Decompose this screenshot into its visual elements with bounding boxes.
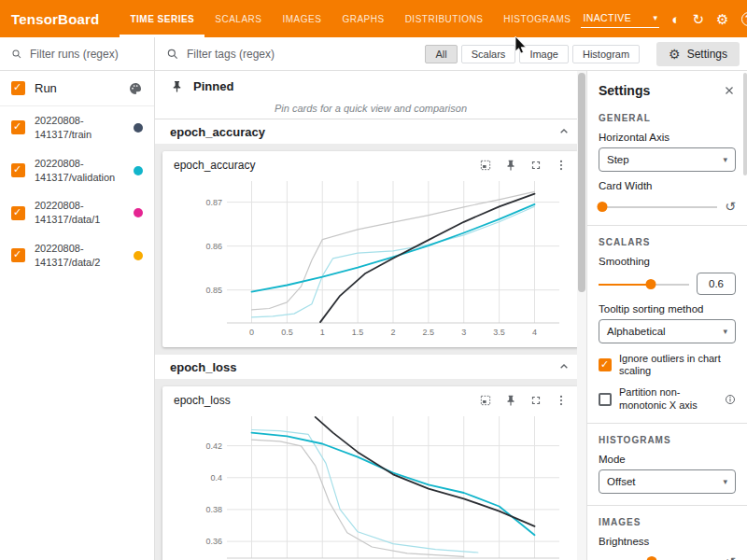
- svg-text:0.87: 0.87: [205, 198, 222, 207]
- header-actions: INACTIVE ▾ ◐ ↻ ⚙ ?: [581, 9, 747, 28]
- cards-scroll-area: Pinned Pin cards for a quick view and co…: [155, 71, 586, 560]
- svg-text:4: 4: [532, 328, 537, 337]
- tag-filter-input[interactable]: [187, 48, 317, 61]
- settings-panel: Settings GENERAL Horizontal Axis Step ▾ …: [586, 71, 747, 560]
- settings-section-scalars: SCALARS: [599, 237, 736, 247]
- settings-gear-icon: ⚙: [669, 47, 681, 62]
- fullscreen-icon[interactable]: [529, 394, 543, 407]
- card-width-slider[interactable]: [599, 201, 717, 213]
- slider-knob[interactable]: [647, 556, 657, 560]
- filter-chip-scalars[interactable]: Scalars: [461, 45, 516, 63]
- tensorboard-logo: TensorBoard: [0, 11, 120, 27]
- horizontal-axis-dropdown[interactable]: Step ▾: [599, 147, 736, 172]
- scrollbar-thumb[interactable]: [578, 73, 585, 292]
- select-all-runs-checkbox[interactable]: [11, 81, 25, 95]
- histogram-mode-dropdown[interactable]: Offset ▾: [599, 469, 736, 494]
- run-checkbox[interactable]: [11, 120, 25, 134]
- run-checkbox[interactable]: [11, 206, 25, 220]
- tab-images[interactable]: IMAGES: [272, 0, 331, 37]
- color-palette-icon[interactable]: [128, 81, 143, 96]
- chevron-down-icon: ▾: [723, 155, 727, 164]
- section-header-epoch-accuracy[interactable]: epoch_accuracy: [155, 119, 586, 144]
- smoothing-value-input[interactable]: [697, 273, 736, 295]
- fit-to-frame-icon[interactable]: [479, 394, 492, 407]
- slider-knob[interactable]: [646, 279, 656, 289]
- fit-to-frame-icon[interactable]: [479, 159, 492, 172]
- settings-section-images: IMAGES: [599, 517, 736, 527]
- settings-section-general: GENERAL: [599, 113, 736, 123]
- ignore-outliers-checkbox[interactable]: [599, 358, 612, 371]
- filter-chip-histogram[interactable]: Histogram: [572, 45, 640, 63]
- more-options-icon[interactable]: [555, 394, 568, 407]
- tooltip-sorting-dropdown[interactable]: Alphabetical ▾: [599, 319, 736, 343]
- run-checkbox[interactable]: [11, 163, 25, 177]
- tooltip-sorting-label: Tooltip sorting method: [599, 303, 736, 315]
- chevron-up-icon[interactable]: [557, 124, 571, 139]
- run-row-train[interactable]: 20220808-141317/train: [0, 106, 154, 149]
- brightness-label: Brightness: [599, 536, 736, 547]
- run-color-dot: [134, 123, 143, 133]
- chart-epoch-loss[interactable]: 00.511.522.533.540.360.380.40.42: [167, 409, 574, 560]
- slider-knob[interactable]: [597, 202, 607, 212]
- svg-text:1.5: 1.5: [352, 328, 364, 337]
- svg-text:0.36: 0.36: [205, 537, 222, 546]
- run-row-validation[interactable]: 20220808-141317/validation: [0, 149, 154, 192]
- section-header-epoch-loss[interactable]: epoch_loss: [155, 355, 586, 379]
- chevron-up-icon[interactable]: [557, 359, 571, 374]
- divider: [587, 423, 747, 424]
- main-scrollbar: [577, 71, 586, 560]
- ignore-outliers-row[interactable]: Ignore outliers in chart scaling: [599, 353, 736, 377]
- pin-card-icon[interactable]: [504, 394, 517, 407]
- card-region-epoch-loss: epoch_loss 00.511.522.533.540.360.380.40…: [155, 379, 586, 560]
- tab-scalars[interactable]: SCALARS: [204, 0, 272, 37]
- run-row-data-2[interactable]: 20220808-141317/data/2: [0, 234, 154, 277]
- brightness-slider[interactable]: [599, 555, 717, 560]
- info-icon[interactable]: [725, 394, 736, 405]
- app-header: TensorBoard TIME SERIES SCALARS IMAGES G…: [0, 0, 747, 37]
- tab-graphs[interactable]: GRAPHS: [331, 0, 394, 37]
- filter-chip-all[interactable]: All: [425, 45, 457, 63]
- pinned-title: Pinned: [193, 79, 233, 93]
- tab-distributions[interactable]: DISTRIBUTIONS: [395, 0, 494, 37]
- card-region-epoch-accuracy: epoch_accuracy 00.511.522.533.540.850.86…: [155, 144, 586, 355]
- tab-time-series[interactable]: TIME SERIES: [120, 0, 204, 37]
- chevron-down-icon: ▾: [653, 13, 657, 22]
- svg-text:0.38: 0.38: [205, 505, 222, 514]
- close-icon[interactable]: [723, 84, 736, 97]
- run-filter: [0, 37, 154, 71]
- reset-icon[interactable]: ↺: [725, 555, 736, 560]
- tab-histograms[interactable]: HISTOGRAMS: [493, 0, 581, 37]
- partition-x-axis-checkbox[interactable]: [599, 393, 612, 406]
- chart-epoch-accuracy[interactable]: 00.511.522.533.540.850.860.87: [167, 174, 574, 342]
- runs-column-header: Run: [0, 71, 154, 106]
- settings-scrollbar-thumb[interactable]: [743, 73, 747, 175]
- histogram-mode-label: Mode: [599, 454, 736, 465]
- settings-title: Settings: [599, 83, 650, 98]
- settings-gear-icon[interactable]: ⚙: [716, 12, 728, 26]
- horizontal-axis-label: Horizontal Axis: [599, 132, 736, 143]
- pinned-hint: Pin cards for a quick view and compariso…: [155, 97, 586, 119]
- status-dropdown[interactable]: INACTIVE ▾: [581, 9, 659, 28]
- pin-card-icon[interactable]: [504, 159, 517, 172]
- card-title: epoch_accuracy: [174, 159, 255, 172]
- run-filter-input[interactable]: [30, 48, 143, 61]
- partition-x-axis-row[interactable]: Partition non-monotonic X axis: [599, 386, 736, 411]
- smoothing-slider[interactable]: [599, 278, 689, 290]
- run-color-dot: [134, 166, 143, 175]
- divider: [587, 225, 747, 226]
- settings-button[interactable]: ⚙ Settings: [656, 42, 740, 66]
- svg-text:0.42: 0.42: [205, 441, 222, 451]
- more-options-icon[interactable]: [555, 159, 568, 172]
- theme-toggle-icon[interactable]: ◐: [671, 12, 680, 26]
- refresh-icon[interactable]: ↻: [692, 12, 704, 26]
- runs-sidebar: Run 20220808-141317/train 20220808-14131…: [0, 37, 155, 560]
- run-row-data-1[interactable]: 20220808-141317/data/1: [0, 191, 154, 234]
- card-title: epoch_loss: [174, 394, 231, 407]
- svg-text:0.86: 0.86: [205, 242, 222, 251]
- card-width-label: Card Width: [599, 180, 736, 191]
- reset-icon[interactable]: ↺: [725, 200, 736, 213]
- run-checkbox[interactable]: [11, 248, 25, 262]
- filter-chip-image[interactable]: Image: [519, 45, 569, 63]
- help-icon[interactable]: ?: [741, 12, 747, 26]
- fullscreen-icon[interactable]: [529, 159, 543, 172]
